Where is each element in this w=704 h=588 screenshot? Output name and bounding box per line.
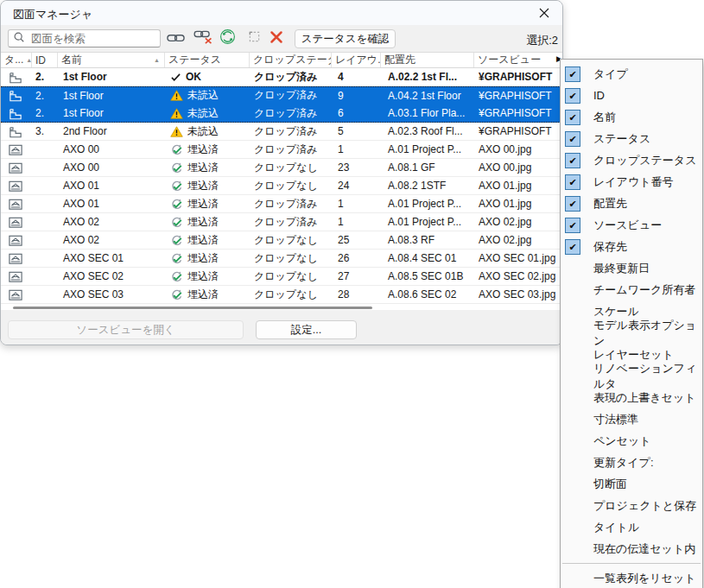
- column-header-crop-status[interactable]: クロップステータス: [250, 53, 332, 67]
- table-row[interactable]: AXO 02 埋込済 クロップなし 25 A.08.3 RF AXO 02.jp…: [1, 231, 563, 250]
- row-placed-to: A.01 Project P...: [381, 213, 474, 231]
- close-button[interactable]: [537, 8, 551, 20]
- open-source-view-button[interactable]: ソースビューを開く: [8, 320, 244, 339]
- table-header: タ... ▲▲ ID 名前 ▲ ステータス クロップステータス レイアウ... …: [1, 53, 563, 68]
- link-drawing-icon: [167, 31, 185, 47]
- embedded-status-icon: [170, 161, 183, 174]
- table-row[interactable]: 2. 1st Floor 未読込 クロップ済み 6 A.03.1 Flor Pl…: [1, 104, 563, 123]
- menu-item-unchecked[interactable]: 最終更新日: [561, 257, 702, 279]
- row-source-view: AXO 01.jpg: [474, 177, 563, 194]
- row-name: AXO 02: [58, 231, 165, 249]
- search-icon: [13, 31, 25, 47]
- menu-item-checked[interactable]: ✔ 名前: [561, 106, 702, 128]
- table-row[interactable]: AXO 01 埋込済 クロップなし 24 A.08.2 1STF AXO 01.…: [1, 177, 563, 195]
- column-header-placed-to[interactable]: 配置先: [381, 53, 474, 67]
- menu-item-unchecked[interactable]: 寸法標準: [561, 408, 702, 430]
- row-name: 2nd Floor: [58, 123, 165, 140]
- column-header-id[interactable]: ID: [32, 53, 58, 67]
- table-row[interactable]: AXO SEC 02 埋込済 クロップなし 27 A.08.5 SEC 01B …: [1, 268, 563, 286]
- window-title: 図面マネージャ: [13, 7, 92, 22]
- crop-button[interactable]: [243, 28, 265, 48]
- menu-item-unchecked[interactable]: モデル表示オプション: [561, 322, 702, 344]
- column-header-layout-number[interactable]: レイアウ...: [332, 53, 381, 67]
- column-header-name[interactable]: 名前 ▲: [58, 53, 165, 67]
- table-row[interactable]: 3. 2nd Floor 未読込 クロップ済み 5 A.02.3 Roof Fl…: [1, 123, 563, 141]
- row-status: 埋込済: [187, 215, 219, 230]
- update-status-button[interactable]: [216, 28, 238, 48]
- embedded-status-icon: [170, 143, 183, 156]
- image-type-icon: [8, 197, 23, 212]
- menu-item-reset-columns[interactable]: 一覧表列をリセット: [561, 567, 702, 588]
- column-header-status[interactable]: ステータス: [165, 53, 250, 67]
- checkbox-checked-icon: ✔: [565, 88, 580, 104]
- row-placed-to: A.08.1 GF: [381, 159, 474, 176]
- checkbox-checked-icon: ✔: [565, 66, 580, 82]
- checkbox-checked-icon: ✔: [565, 174, 580, 190]
- row-source-view: ¥GRAPHISOFT: [474, 104, 563, 122]
- menu-item-unchecked[interactable]: ペンセット: [561, 430, 702, 452]
- row-status: 埋込済: [187, 269, 219, 284]
- table-row[interactable]: AXO 00 埋込済 クロップなし 23 A.08.1 GF AXO 00.jp…: [1, 159, 563, 177]
- menu-item-checked[interactable]: ✔ タイプ: [561, 63, 702, 85]
- delete-button[interactable]: [265, 28, 288, 48]
- menu-item-checked[interactable]: ✔ ステータス: [561, 128, 702, 149]
- drawing-manager-window: 図面マネージャ: [0, 0, 563, 345]
- table-row[interactable]: AXO 02 埋込済 クロップ済み 1 A.01 Project P... AX…: [1, 213, 563, 231]
- link-drawing-button[interactable]: [164, 28, 187, 48]
- column-header-type[interactable]: タ... ▲▲: [1, 53, 32, 67]
- row-placed-to: A.01 Project P...: [381, 141, 474, 158]
- menu-item-unchecked[interactable]: 切断面: [561, 473, 702, 495]
- warning-status-icon: [170, 126, 183, 137]
- table-row[interactable]: AXO SEC 03 埋込済 クロップなし 28 A.08.6 SEC 02 A…: [1, 286, 563, 304]
- table-row[interactable]: AXO SEC 01 埋込済 クロップなし 26 A.08.4 SEC 01 A…: [1, 250, 563, 268]
- menu-item-checked[interactable]: ✔ クロップステータス: [561, 149, 702, 171]
- menu-item-checked[interactable]: ✔ 配置先: [561, 193, 702, 214]
- row-source-view: ¥GRAPHISOFT: [474, 68, 563, 85]
- menu-item-checked[interactable]: ✔ ID: [561, 85, 702, 106]
- break-link-button[interactable]: [192, 28, 214, 48]
- table-row[interactable]: 2. 1st Floor OK クロップ済み 4 A.02.2 1st Fl..…: [1, 68, 563, 86]
- menu-item-checked[interactable]: ✔ 保存先: [561, 236, 702, 257]
- row-crop-status: クロップなし: [250, 286, 332, 303]
- row-status: 埋込済: [187, 288, 219, 302]
- menu-item-unchecked[interactable]: チームワーク所有者: [561, 279, 702, 300]
- search-input[interactable]: [29, 32, 155, 46]
- menu-item-unchecked[interactable]: プロジェクトと保存: [561, 495, 702, 516]
- row-name: AXO SEC 02: [58, 268, 165, 285]
- column-header-source-view[interactable]: ソースビュー: [474, 53, 563, 67]
- checkbox-checked-icon: ✔: [565, 131, 580, 147]
- menu-item-unchecked[interactable]: 現在の伝達セット内: [561, 538, 702, 560]
- row-status: 埋込済: [187, 179, 219, 193]
- menu-item-checked[interactable]: ✔ レイアウト番号: [561, 171, 702, 193]
- row-name: AXO SEC 01: [58, 250, 165, 267]
- row-status: 埋込済: [187, 233, 219, 248]
- row-crop-status: クロップなし: [250, 250, 332, 267]
- row-layout-number: 24: [332, 177, 381, 194]
- row-id: 2.: [32, 68, 58, 85]
- row-placed-to: A.08.6 SEC 02: [381, 286, 474, 303]
- menu-item-unchecked[interactable]: 表現の上書きセット: [561, 387, 702, 408]
- row-source-view: AXO 00.jpg: [474, 159, 563, 176]
- row-source-view: AXO SEC 03.jpg: [474, 286, 563, 303]
- search-box[interactable]: [8, 29, 161, 47]
- row-placed-to: A.01 Project P...: [381, 195, 474, 212]
- horizontal-scrollbar-thumb[interactable]: [13, 307, 372, 309]
- drawing-type-icon: [8, 88, 23, 103]
- menu-item-unchecked[interactable]: 更新タイプ:: [561, 452, 702, 473]
- embedded-status-icon: [170, 198, 183, 211]
- menu-item-unchecked[interactable]: タイトル: [561, 516, 702, 538]
- table-row[interactable]: 2. 1st Floor 未読込 クロップ済み 9 A.04.2 1st Flo…: [1, 86, 563, 104]
- drawing-type-icon: [8, 70, 23, 85]
- row-id: [32, 286, 58, 303]
- settings-button[interactable]: 設定...: [256, 320, 357, 339]
- menu-item-unchecked[interactable]: リノベーションフィルタ: [561, 365, 702, 387]
- table-row[interactable]: AXO 00 埋込済 クロップ済み 1 A.01 Project P... AX…: [1, 141, 563, 159]
- window-footer: ソースビューを開く 設定...: [1, 310, 562, 345]
- row-layout-number: 9: [332, 87, 381, 104]
- check-status-button[interactable]: ステータスを確認: [295, 29, 396, 48]
- row-crop-status: クロップ済み: [250, 87, 332, 104]
- row-placed-to: A.08.3 RF: [381, 231, 474, 249]
- table-row[interactable]: AXO 01 埋込済 クロップ済み 1 A.01 Project P... AX…: [1, 195, 563, 213]
- menu-item-checked[interactable]: ✔ ソースビュー: [561, 214, 702, 236]
- row-layout-number: 4: [332, 68, 381, 85]
